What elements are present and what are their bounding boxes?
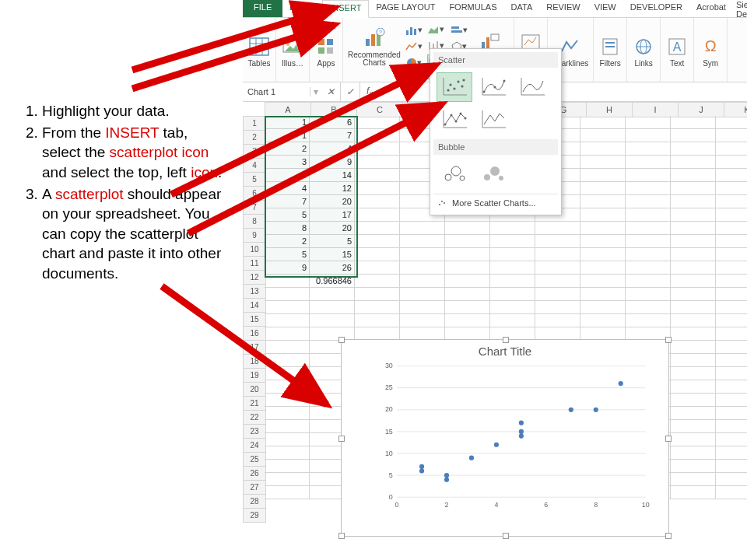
cell[interactable]: 12 (310, 182, 355, 195)
col-header[interactable]: J (679, 102, 724, 117)
cell[interactable]: 1 (265, 116, 310, 129)
cell[interactable] (265, 380, 310, 394)
cell[interactable] (265, 275, 310, 288)
cell[interactable] (355, 222, 400, 235)
cell[interactable] (580, 314, 626, 327)
cell[interactable] (580, 301, 626, 314)
cell[interactable] (580, 182, 626, 195)
row-header[interactable]: 15 (243, 313, 266, 327)
cell[interactable] (265, 407, 310, 420)
tab-review[interactable]: REVIEW (539, 0, 587, 17)
bubble-2d[interactable] (437, 159, 472, 189)
cell[interactable] (445, 288, 490, 301)
cell[interactable]: 7 (310, 129, 355, 142)
cell[interactable]: 20 (310, 195, 355, 208)
tab-view[interactable]: VIEW (587, 0, 623, 17)
row-header[interactable]: 28 (243, 495, 266, 509)
cell[interactable] (310, 314, 355, 327)
row-header[interactable]: 2 (243, 131, 266, 145)
filters-button[interactable]: Filters (598, 34, 622, 68)
col-header[interactable]: H (587, 102, 633, 117)
recommended-charts-button[interactable]: ?Recommended Charts (348, 26, 401, 67)
row-header[interactable]: 7 (243, 201, 266, 215)
cell[interactable] (716, 367, 747, 380)
cell[interactable] (265, 433, 310, 446)
cell[interactable] (535, 301, 580, 314)
row-header[interactable]: 21 (243, 397, 266, 411)
cell[interactable] (716, 169, 747, 182)
row-header[interactable]: 22 (243, 411, 266, 425)
tables-button[interactable]: Tables (247, 34, 271, 68)
cell[interactable] (355, 195, 400, 208)
cell[interactable] (626, 156, 671, 169)
row-header[interactable]: 1 (243, 116, 266, 131)
cell[interactable] (626, 248, 671, 261)
cell[interactable]: 1 (265, 129, 310, 142)
row-header[interactable]: 26 (243, 467, 266, 481)
cell[interactable] (580, 169, 626, 182)
cell[interactable] (400, 288, 445, 301)
row-header[interactable]: 23 (243, 425, 266, 439)
cell[interactable] (400, 248, 445, 261)
cell[interactable] (400, 235, 445, 248)
cell[interactable] (671, 288, 716, 301)
cell[interactable] (490, 261, 535, 275)
cell[interactable]: 9 (265, 261, 310, 275)
cell[interactable] (671, 354, 716, 367)
namebox-dropdown-icon[interactable]: ▾ (310, 86, 321, 97)
cell[interactable] (716, 486, 747, 499)
cell[interactable] (626, 235, 671, 248)
cell[interactable]: 0.966846 (310, 275, 355, 288)
cell[interactable] (626, 275, 671, 288)
cell[interactable] (580, 142, 626, 156)
cell[interactable] (671, 248, 716, 261)
row-header[interactable]: 24 (243, 439, 266, 453)
cell[interactable] (355, 261, 400, 275)
line-chart-icon[interactable]: ▾ (405, 39, 423, 54)
tab-pagelayout[interactable]: PAGE LAYOUT (369, 0, 442, 17)
cell[interactable] (671, 407, 716, 420)
cell[interactable] (265, 301, 310, 314)
cell[interactable] (716, 354, 747, 367)
cell[interactable] (671, 433, 716, 446)
fx-icon[interactable]: fx (360, 86, 379, 98)
cell[interactable] (265, 460, 310, 473)
cell[interactable] (580, 222, 626, 235)
row-header[interactable]: 9 (243, 229, 266, 243)
bubble-3d[interactable] (475, 159, 511, 189)
cell[interactable] (716, 275, 747, 288)
cell[interactable] (626, 169, 671, 182)
cell[interactable] (671, 486, 716, 499)
cell[interactable] (535, 222, 580, 235)
name-box[interactable]: Chart 1 (243, 87, 310, 96)
cell[interactable] (626, 182, 671, 195)
cell[interactable] (671, 446, 716, 460)
cell[interactable] (671, 460, 716, 473)
cell[interactable]: 5 (310, 235, 355, 248)
cell[interactable]: 2 (265, 142, 310, 156)
cell[interactable]: 5 (265, 208, 310, 222)
cell[interactable] (445, 275, 490, 288)
hbar-chart-icon[interactable]: ▾ (451, 23, 468, 38)
scatter-smooth-markers[interactable] (475, 72, 511, 102)
cell[interactable] (671, 261, 716, 275)
cell[interactable] (671, 367, 716, 380)
cell[interactable] (626, 314, 671, 327)
cell[interactable] (265, 473, 310, 486)
cell[interactable] (671, 195, 716, 208)
cell[interactable] (400, 222, 445, 235)
cell[interactable] (626, 261, 671, 275)
col-header[interactable]: K (724, 102, 747, 117)
cell[interactable] (535, 288, 580, 301)
cell[interactable] (716, 129, 747, 142)
row-header[interactable]: 5 (243, 173, 266, 187)
tab-insert[interactable]: INSERT (322, 0, 369, 18)
cell[interactable]: 20 (310, 222, 355, 235)
chart-title[interactable]: Chart Title (342, 345, 668, 358)
more-scatter-charts[interactable]: More Scatter Charts... (433, 194, 558, 212)
cell[interactable] (671, 182, 716, 195)
row-header[interactable]: 12 (243, 271, 266, 285)
cell[interactable]: 7 (265, 195, 310, 208)
cell[interactable] (355, 169, 400, 182)
cell[interactable] (716, 446, 747, 460)
